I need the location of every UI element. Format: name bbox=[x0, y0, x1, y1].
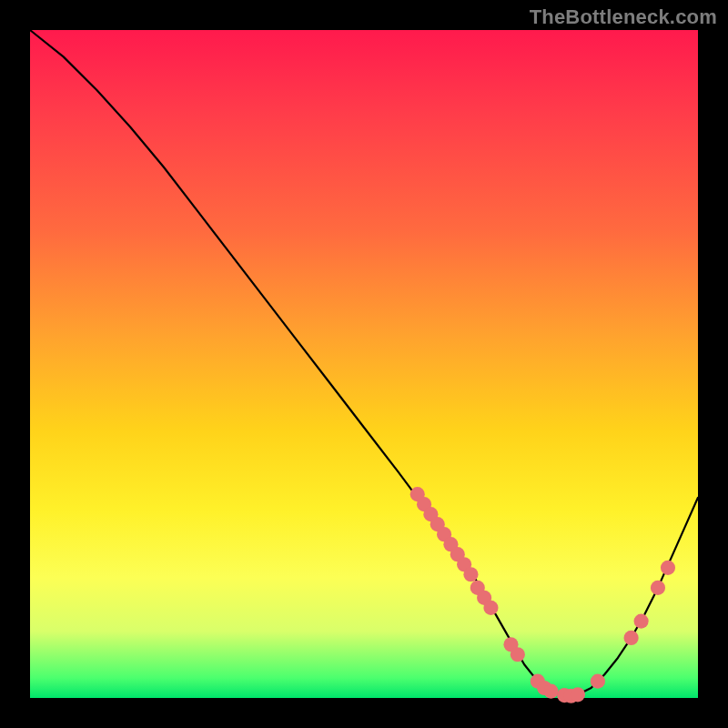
data-point bbox=[511, 647, 525, 662]
data-point bbox=[543, 684, 558, 699]
data-point bbox=[661, 561, 675, 575]
chart-canvas: TheBottleneck.com bbox=[0, 0, 728, 728]
data-point bbox=[624, 631, 639, 645]
data-point-markers bbox=[410, 487, 675, 703]
bottleneck-curve bbox=[30, 30, 698, 696]
data-point bbox=[591, 674, 605, 689]
watermark-text: TheBottleneck.com bbox=[530, 5, 717, 29]
data-point bbox=[634, 614, 649, 629]
chart-overlay bbox=[30, 30, 698, 698]
data-point bbox=[483, 601, 498, 615]
data-point bbox=[651, 581, 665, 595]
data-point bbox=[463, 567, 478, 581]
data-point bbox=[571, 687, 585, 702]
